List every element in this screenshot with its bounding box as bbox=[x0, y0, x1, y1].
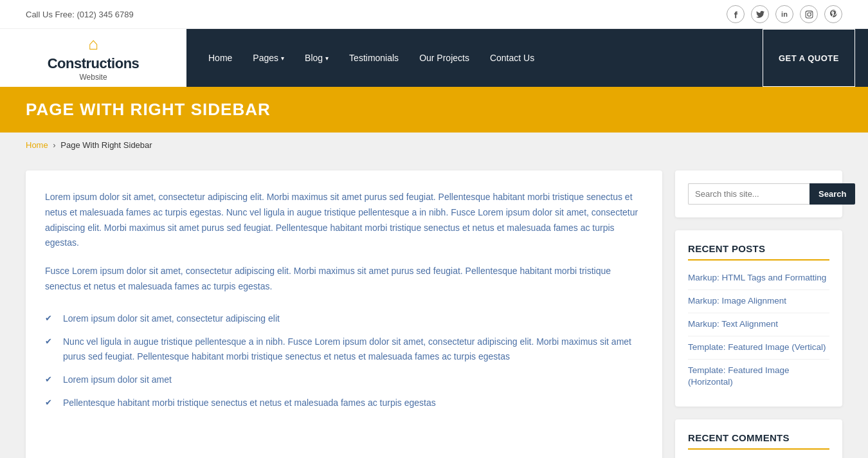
linkedin-icon[interactable]: in bbox=[775, 5, 793, 23]
pages-arrow: ▾ bbox=[281, 55, 284, 62]
list-item: Markup: Image Alignment bbox=[688, 290, 829, 313]
pinterest-icon[interactable] bbox=[824, 5, 842, 23]
recent-posts-title: RECENT POSTS bbox=[688, 243, 829, 261]
page-title: PAGE WITH RIGHT SIDEBAR bbox=[26, 100, 842, 120]
call-text: Call Us Free: (012) 345 6789 bbox=[26, 10, 134, 19]
brand-sub: Website bbox=[48, 73, 140, 82]
post-link-2[interactable]: Markup: Image Alignment bbox=[688, 296, 786, 306]
post-link-4[interactable]: Template: Featured Image (Vertical) bbox=[688, 342, 826, 352]
search-button[interactable]: Search bbox=[809, 183, 855, 205]
breadcrumb: Home › Page With Right Sidebar bbox=[0, 133, 868, 158]
nav-blog[interactable]: Blog ▾ bbox=[296, 46, 338, 69]
svg-point-2 bbox=[810, 12, 811, 13]
logo-area: ⌂ Constructions Website bbox=[0, 29, 186, 87]
breadcrumb-current: Page With Right Sidebar bbox=[60, 140, 152, 150]
social-icons: in bbox=[727, 5, 842, 23]
main-nav: Home Pages ▾ Blog ▾ Testimonials Our Pro… bbox=[186, 29, 868, 87]
recent-posts-widget: RECENT POSTS Markup: HTML Tags and Forma… bbox=[675, 230, 842, 407]
recent-comments-widget: RECENT COMMENTS bbox=[675, 419, 842, 458]
main-layout: Lorem ipsum dolor sit amet, consectetur … bbox=[0, 158, 868, 458]
breadcrumb-home[interactable]: Home bbox=[26, 140, 48, 150]
header: ⌂ Constructions Website Home Pages ▾ Blo… bbox=[0, 29, 868, 87]
search-form: Search bbox=[688, 183, 829, 205]
list-item: Template: Featured Image (Vertical) bbox=[688, 336, 829, 360]
post-link-3[interactable]: Markup: Text Alignment bbox=[688, 319, 778, 329]
checklist-item-2: Nunc vel ligula in augue tristique pelle… bbox=[45, 331, 643, 369]
recent-posts-list: Markup: HTML Tags and Formatting Markup:… bbox=[688, 267, 829, 394]
get-quote-button[interactable]: GET A QUOTE bbox=[763, 29, 855, 87]
post-link-1[interactable]: Markup: HTML Tags and Formatting bbox=[688, 273, 826, 282]
instagram-icon[interactable] bbox=[800, 5, 818, 23]
nav-testimonials[interactable]: Testimonials bbox=[340, 46, 408, 69]
recent-comments-title: RECENT COMMENTS bbox=[688, 432, 829, 450]
twitter-icon[interactable] bbox=[751, 5, 769, 23]
nav-contact[interactable]: Contact Us bbox=[481, 46, 543, 69]
nav-pages[interactable]: Pages ▾ bbox=[244, 46, 293, 69]
logo: ⌂ Constructions Website bbox=[48, 34, 140, 82]
blog-arrow: ▾ bbox=[325, 55, 329, 62]
checklist-item-4: Pellentesque habitant morbi tristique se… bbox=[45, 392, 643, 415]
paragraph-2: Fusce Lorem ipsum dolor sit amet, consec… bbox=[45, 264, 643, 295]
facebook-icon[interactable] bbox=[727, 5, 745, 23]
page-banner: PAGE WITH RIGHT SIDEBAR bbox=[0, 87, 868, 133]
list-item: Markup: HTML Tags and Formatting bbox=[688, 267, 829, 290]
list-item: Template: Featured Image (Horizontal) bbox=[688, 360, 829, 394]
logo-icon: ⌂ bbox=[48, 34, 140, 54]
top-bar: Call Us Free: (012) 345 6789 in bbox=[0, 0, 868, 29]
checklist: Lorem ipsum dolor sit amet, consectetur … bbox=[45, 307, 643, 415]
list-item: Markup: Text Alignment bbox=[688, 313, 829, 336]
post-link-5[interactable]: Template: Featured Image (Horizontal) bbox=[688, 365, 790, 387]
nav-home[interactable]: Home bbox=[199, 46, 241, 69]
content-area: Lorem ipsum dolor sit amet, consectetur … bbox=[26, 170, 662, 458]
svg-point-1 bbox=[807, 12, 810, 15]
nav-projects[interactable]: Our Projects bbox=[410, 46, 478, 69]
sidebar: Search RECENT POSTS Markup: HTML Tags an… bbox=[675, 170, 842, 458]
search-input[interactable] bbox=[688, 183, 809, 205]
checklist-item-3: Lorem ipsum dolor sit amet bbox=[45, 369, 643, 392]
paragraph-1: Lorem ipsum dolor sit amet, consectetur … bbox=[45, 190, 643, 251]
svg-rect-0 bbox=[806, 11, 813, 18]
search-widget: Search bbox=[675, 170, 842, 217]
brand-name: Constructions bbox=[48, 55, 140, 71]
checklist-item-1: Lorem ipsum dolor sit amet, consectetur … bbox=[45, 307, 643, 331]
breadcrumb-sep: › bbox=[53, 140, 55, 150]
